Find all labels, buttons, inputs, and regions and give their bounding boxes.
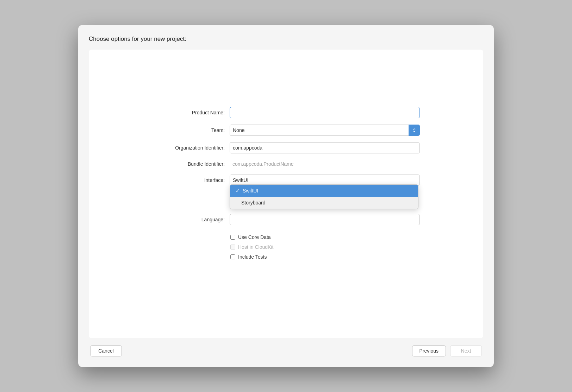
interface-selected-value: SwiftUI [233,177,248,183]
next-button[interactable]: Next [450,345,482,356]
dropdown-item-storyboard[interactable]: Storyboard [230,197,418,209]
bundle-identifier-row: Bundle Identifier: com.appcoda.ProductNa… [152,160,420,168]
bundle-identifier-label: Bundle Identifier: [152,161,230,167]
org-identifier-value[interactable]: com.appcoda [230,142,420,153]
interface-wrapper: SwiftUI ✓ SwiftUI Storyboard [230,175,420,186]
previous-button[interactable]: Previous [412,345,446,356]
interface-label: Interface: [152,177,230,183]
language-wrapper [230,214,420,225]
footer-right: Previous Next [412,345,482,356]
dropdown-item-swiftui-label: SwiftUI [243,188,258,194]
include-tests-checkbox[interactable] [230,254,235,259]
language-label: Language: [152,217,230,222]
dropdown-item-storyboard-label: Storyboard [241,200,265,206]
host-in-cloudkit-row: Host in CloudKit [230,244,420,250]
team-row: Team: None [152,125,420,136]
team-select[interactable]: None [230,125,420,136]
new-project-dialog: Choose options for your new project: Pro… [78,25,494,367]
interface-dropdown: ✓ SwiftUI Storyboard [230,184,418,209]
bundle-identifier-value: com.appcoda.ProductName [230,160,420,168]
checkmark-icon: ✓ [236,188,240,194]
dialog-footer: Cancel Previous Next [89,345,483,356]
product-name-input[interactable] [230,107,420,118]
dialog-title: Choose options for your new project: [89,36,483,43]
host-in-cloudkit-checkbox[interactable] [230,245,235,249]
content-area: Product Name: Team: None [89,50,483,338]
org-identifier-label: Organization Identifier: [152,145,230,151]
use-core-data-label: Use Core Data [238,234,271,240]
form-container: Product Name: Team: None [152,107,420,260]
use-core-data-checkbox[interactable] [230,235,235,240]
include-tests-row: Include Tests [230,254,420,260]
host-in-cloudkit-label: Host in CloudKit [238,244,273,250]
dropdown-item-swiftui[interactable]: ✓ SwiftUI [230,185,418,197]
team-select-wrapper: None [230,125,420,136]
product-name-row: Product Name: [152,107,420,118]
org-identifier-row: Organization Identifier: com.appcoda [152,142,420,153]
include-tests-label: Include Tests [238,254,267,260]
interface-row: Interface: SwiftUI ✓ SwiftUI Storyboard [152,175,420,186]
language-trigger[interactable] [230,214,420,225]
cancel-button[interactable]: Cancel [90,345,122,356]
product-name-label: Product Name: [152,110,230,115]
use-core-data-row: Use Core Data [230,234,420,240]
checkbox-section: Use Core Data Host in CloudKit Include T… [230,234,420,260]
language-row: Language: [152,214,420,225]
team-label: Team: [152,127,230,133]
